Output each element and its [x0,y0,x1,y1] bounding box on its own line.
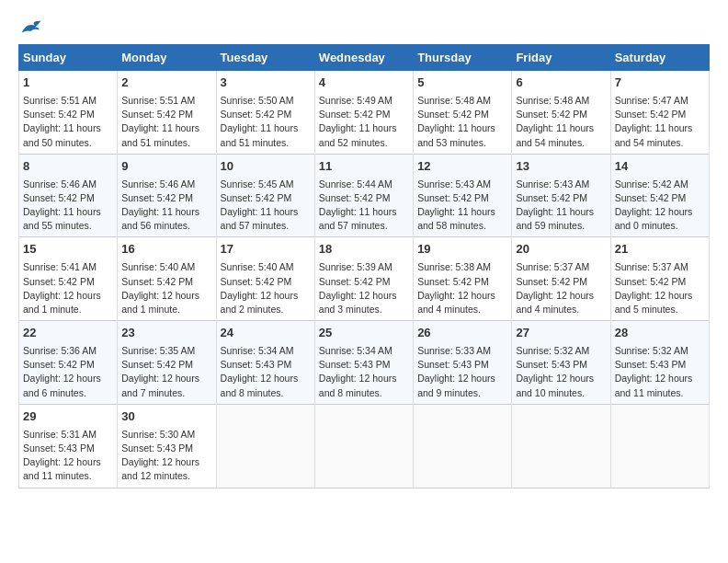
calendar-week-1: 1Sunrise: 5:51 AMSunset: 5:42 PMDaylight… [19,71,710,155]
calendar-week-5: 29Sunrise: 5:31 AMSunset: 5:43 PMDayligh… [19,404,710,488]
calendar-cell: 13Sunrise: 5:43 AMSunset: 5:42 PMDayligh… [512,154,610,237]
calendar-cell: 5Sunrise: 5:48 AMSunset: 5:42 PMDaylight… [414,71,512,155]
day-number: 12 [417,158,507,176]
cell-content: Sunrise: 5:47 AMSunset: 5:42 PMDaylight:… [615,94,705,150]
logo-bird-icon [20,18,42,37]
calendar-table: SundayMondayTuesdayWednesdayThursdayFrid… [18,44,710,488]
cell-content: Sunrise: 5:32 AMSunset: 5:43 PMDaylight:… [615,344,705,400]
day-number: 24 [221,325,311,342]
day-number: 7 [615,75,705,92]
day-number: 5 [417,75,507,92]
day-number: 19 [417,241,507,259]
cell-content: Sunrise: 5:46 AMSunset: 5:42 PMDaylight:… [121,178,211,234]
day-number: 6 [516,75,606,92]
calendar-cell: 25Sunrise: 5:34 AMSunset: 5:43 PMDayligh… [314,321,413,405]
cell-content: Sunrise: 5:31 AMSunset: 5:43 PMDaylight:… [23,428,113,484]
cell-content: Sunrise: 5:35 AMSunset: 5:42 PMDaylight:… [121,344,211,400]
weekday-header-friday: Friday [512,45,610,71]
day-number: 27 [516,325,606,342]
calendar-cell: 3Sunrise: 5:50 AMSunset: 5:42 PMDaylight… [216,71,314,155]
day-number: 26 [417,325,507,342]
calendar-cell: 10Sunrise: 5:45 AMSunset: 5:42 PMDayligh… [216,154,314,237]
cell-content: Sunrise: 5:37 AMSunset: 5:42 PMDaylight:… [516,260,606,316]
page-header [18,18,710,37]
cell-content: Sunrise: 5:43 AMSunset: 5:42 PMDaylight:… [417,178,507,234]
cell-content: Sunrise: 5:48 AMSunset: 5:42 PMDaylight:… [516,94,606,150]
cell-content: Sunrise: 5:39 AMSunset: 5:42 PMDaylight:… [319,260,409,316]
day-number: 13 [516,158,606,176]
day-number: 3 [221,75,311,92]
day-number: 10 [221,158,311,176]
logo [18,18,42,37]
cell-content: Sunrise: 5:34 AMSunset: 5:43 PMDaylight:… [221,344,311,400]
cell-content: Sunrise: 5:36 AMSunset: 5:42 PMDaylight:… [23,344,113,400]
weekday-header-saturday: Saturday [610,45,709,71]
cell-content: Sunrise: 5:43 AMSunset: 5:42 PMDaylight:… [516,178,606,234]
cell-content: Sunrise: 5:34 AMSunset: 5:43 PMDaylight:… [319,344,409,400]
cell-content: Sunrise: 5:49 AMSunset: 5:42 PMDaylight:… [319,94,409,150]
weekday-header-monday: Monday [118,45,216,71]
day-number: 23 [121,325,211,342]
calendar-cell: 14Sunrise: 5:42 AMSunset: 5:42 PMDayligh… [610,154,709,237]
calendar-cell: 30Sunrise: 5:30 AMSunset: 5:43 PMDayligh… [118,404,216,488]
day-number: 21 [615,241,705,259]
calendar-cell: 15Sunrise: 5:41 AMSunset: 5:42 PMDayligh… [19,237,118,321]
calendar-cell: 11Sunrise: 5:44 AMSunset: 5:42 PMDayligh… [314,154,413,237]
cell-content: Sunrise: 5:41 AMSunset: 5:42 PMDaylight:… [23,260,113,316]
calendar-cell: 20Sunrise: 5:37 AMSunset: 5:42 PMDayligh… [512,237,610,321]
cell-content: Sunrise: 5:38 AMSunset: 5:42 PMDaylight:… [417,260,507,316]
cell-content: Sunrise: 5:50 AMSunset: 5:42 PMDaylight:… [221,94,311,150]
calendar-cell: 29Sunrise: 5:31 AMSunset: 5:43 PMDayligh… [19,404,118,488]
weekday-header-sunday: Sunday [19,45,118,71]
day-number: 4 [319,75,409,92]
calendar-cell: 23Sunrise: 5:35 AMSunset: 5:42 PMDayligh… [118,321,216,405]
calendar-cell: 24Sunrise: 5:34 AMSunset: 5:43 PMDayligh… [216,321,314,405]
calendar-cell: 22Sunrise: 5:36 AMSunset: 5:42 PMDayligh… [19,321,118,405]
cell-content: Sunrise: 5:46 AMSunset: 5:42 PMDaylight:… [23,178,113,234]
calendar-cell: 27Sunrise: 5:32 AMSunset: 5:43 PMDayligh… [512,321,610,405]
calendar-cell: 26Sunrise: 5:33 AMSunset: 5:43 PMDayligh… [414,321,512,405]
cell-content: Sunrise: 5:51 AMSunset: 5:42 PMDaylight:… [121,94,211,150]
cell-content: Sunrise: 5:30 AMSunset: 5:43 PMDaylight:… [121,428,211,484]
calendar-cell: 12Sunrise: 5:43 AMSunset: 5:42 PMDayligh… [414,154,512,237]
calendar-cell: 4Sunrise: 5:49 AMSunset: 5:42 PMDaylight… [314,71,413,155]
calendar-week-4: 22Sunrise: 5:36 AMSunset: 5:42 PMDayligh… [19,321,710,405]
calendar-cell [414,404,512,488]
calendar-cell: 18Sunrise: 5:39 AMSunset: 5:42 PMDayligh… [314,237,413,321]
weekday-header-tuesday: Tuesday [216,45,314,71]
cell-content: Sunrise: 5:44 AMSunset: 5:42 PMDaylight:… [319,178,409,234]
calendar-cell: 16Sunrise: 5:40 AMSunset: 5:42 PMDayligh… [118,237,216,321]
calendar-cell: 19Sunrise: 5:38 AMSunset: 5:42 PMDayligh… [414,237,512,321]
cell-content: Sunrise: 5:40 AMSunset: 5:42 PMDaylight:… [221,260,311,316]
weekday-header-thursday: Thursday [414,45,512,71]
calendar-week-3: 15Sunrise: 5:41 AMSunset: 5:42 PMDayligh… [19,237,710,321]
day-number: 28 [615,325,705,342]
calendar-cell [512,404,610,488]
day-number: 2 [121,75,211,92]
cell-content: Sunrise: 5:37 AMSunset: 5:42 PMDaylight:… [615,260,705,316]
calendar-cell: 21Sunrise: 5:37 AMSunset: 5:42 PMDayligh… [610,237,709,321]
cell-content: Sunrise: 5:40 AMSunset: 5:42 PMDaylight:… [121,260,211,316]
cell-content: Sunrise: 5:45 AMSunset: 5:42 PMDaylight:… [221,178,311,234]
day-number: 15 [23,241,113,259]
calendar-cell: 17Sunrise: 5:40 AMSunset: 5:42 PMDayligh… [216,237,314,321]
day-number: 9 [121,158,211,176]
weekday-header-row: SundayMondayTuesdayWednesdayThursdayFrid… [19,45,710,71]
calendar-cell: 2Sunrise: 5:51 AMSunset: 5:42 PMDaylight… [118,71,216,155]
calendar-cell: 28Sunrise: 5:32 AMSunset: 5:43 PMDayligh… [610,321,709,405]
cell-content: Sunrise: 5:51 AMSunset: 5:42 PMDaylight:… [23,94,113,150]
day-number: 30 [121,408,211,426]
calendar-cell: 9Sunrise: 5:46 AMSunset: 5:42 PMDaylight… [118,154,216,237]
day-number: 25 [319,325,409,342]
day-number: 16 [121,241,211,259]
day-number: 17 [221,241,311,259]
calendar-week-2: 8Sunrise: 5:46 AMSunset: 5:42 PMDaylight… [19,154,710,237]
calendar-cell [314,404,413,488]
cell-content: Sunrise: 5:48 AMSunset: 5:42 PMDaylight:… [417,94,507,150]
day-number: 14 [615,158,705,176]
day-number: 8 [23,158,113,176]
calendar-cell: 1Sunrise: 5:51 AMSunset: 5:42 PMDaylight… [19,71,118,155]
calendar-cell [610,404,709,488]
cell-content: Sunrise: 5:32 AMSunset: 5:43 PMDaylight:… [516,344,606,400]
day-number: 1 [23,75,113,92]
